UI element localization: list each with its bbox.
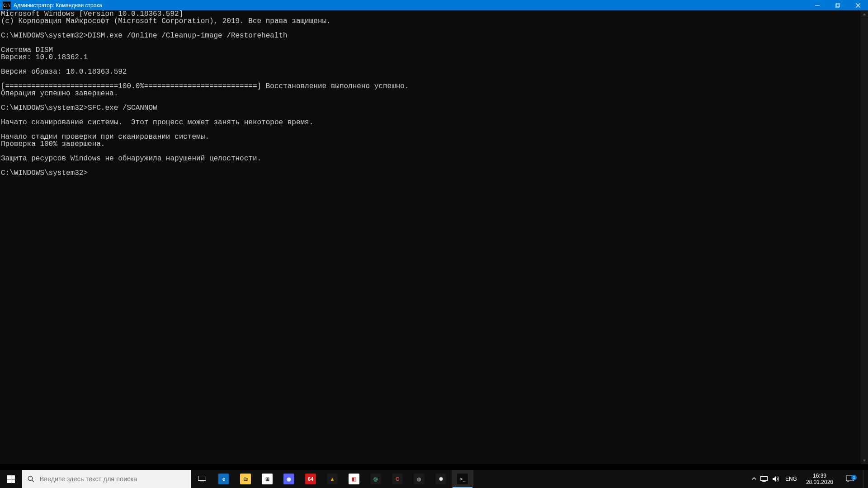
task-view-icon — [198, 476, 206, 482]
aida64-icon: 64 — [305, 474, 316, 484]
vertical-scrollbar[interactable] — [860, 10, 868, 464]
svg-point-11 — [28, 476, 33, 481]
app-orange-icon: ▲ — [327, 474, 338, 484]
system-tray: ENG 16:39 28.01.2020 1 — [752, 470, 868, 488]
clock-time: 16:39 — [806, 473, 833, 479]
taskbar-app-app-orange[interactable]: ▲ — [321, 470, 343, 488]
taskbar-app-aida64[interactable]: 64 — [300, 470, 321, 488]
app-gear-icon: ✺ — [435, 474, 446, 484]
windows-logo-icon — [7, 475, 15, 483]
explorer-icon: 🗂 — [240, 474, 251, 484]
svg-rect-9 — [7, 479, 11, 483]
taskbar-search[interactable] — [22, 470, 191, 488]
show-desktop-button[interactable] — [863, 470, 866, 488]
action-center-button[interactable]: 1 — [840, 475, 859, 483]
taskbar-app-ccleaner[interactable]: C — [387, 470, 408, 488]
svg-marker-5 — [863, 13, 866, 15]
svg-marker-17 — [773, 476, 776, 482]
taskbar-clock[interactable]: 16:39 28.01.2020 — [802, 473, 837, 485]
task-view-button[interactable] — [191, 470, 213, 488]
taskbar-app-cmd[interactable]: >_ — [452, 470, 473, 488]
minimize-button[interactable] — [807, 0, 827, 10]
search-icon — [28, 475, 34, 483]
taskbar-app-app-gear[interactable]: ✺ — [430, 470, 452, 488]
cmd-app-icon: C:\ — [3, 1, 11, 9]
maximize-button[interactable] — [827, 0, 848, 10]
notification-badge: 1 — [851, 475, 857, 480]
svg-line-12 — [32, 480, 34, 482]
search-input[interactable] — [39, 475, 186, 483]
taskbar-app-store[interactable]: ⊞ — [256, 470, 278, 488]
app-flag-icon: ◧ — [349, 474, 359, 484]
scroll-down-arrow-icon[interactable] — [860, 456, 868, 464]
obs-icon: ◍ — [414, 474, 425, 484]
svg-marker-6 — [863, 460, 866, 462]
svg-rect-2 — [836, 3, 840, 7]
volume-tray-icon[interactable] — [772, 475, 780, 483]
taskbar-app-explorer[interactable]: 🗂 — [235, 470, 256, 488]
taskbar: e🗂⊞◉64▲◧◎C◍✺>_ ENG 16:39 28.01.2020 — [0, 470, 868, 488]
taskbar-app-discord[interactable]: ◉ — [278, 470, 300, 488]
terminal-area[interactable]: Microsoft Windows [Version 10.0.18363.59… — [0, 10, 868, 464]
language-indicator[interactable]: ENG — [783, 476, 799, 482]
taskbar-app-app-flag[interactable]: ◧ — [343, 470, 365, 488]
ccleaner-icon: C — [392, 474, 403, 484]
start-button[interactable] — [0, 470, 22, 488]
cmd-icon: >_ — [457, 474, 468, 484]
svg-rect-13 — [198, 476, 206, 481]
keyboard-tray-icon[interactable] — [760, 475, 768, 483]
app-globe-icon: ◎ — [370, 474, 381, 484]
svg-rect-8 — [11, 475, 15, 479]
svg-rect-10 — [11, 479, 15, 483]
edge-icon: e — [218, 474, 229, 484]
svg-rect-1 — [835, 4, 839, 8]
close-button[interactable] — [848, 0, 868, 10]
tray-overflow-button[interactable] — [752, 476, 756, 482]
store-icon: ⊞ — [262, 474, 273, 484]
svg-rect-15 — [760, 477, 767, 481]
titlebar-title: Командная строка — [56, 2, 102, 9]
discord-icon: ◉ — [283, 474, 294, 484]
clock-date: 28.01.2020 — [806, 479, 833, 485]
scroll-track[interactable] — [860, 18, 868, 456]
titlebar-prefix: Администратор: — [14, 2, 54, 9]
taskbar-app-obs[interactable]: ◍ — [408, 470, 430, 488]
taskbar-app-edge[interactable]: e — [213, 470, 235, 488]
svg-rect-7 — [7, 475, 11, 479]
scroll-up-arrow-icon[interactable] — [860, 10, 868, 18]
taskbar-apps: e🗂⊞◉64▲◧◎C◍✺>_ — [213, 470, 473, 488]
terminal-output[interactable]: Microsoft Windows [Version 10.0.18363.59… — [0, 10, 868, 177]
taskbar-app-app-globe[interactable]: ◎ — [365, 470, 387, 488]
window-titlebar[interactable]: C:\ Администратор: Командная строка — [0, 0, 868, 10]
chevron-up-icon — [752, 476, 756, 481]
